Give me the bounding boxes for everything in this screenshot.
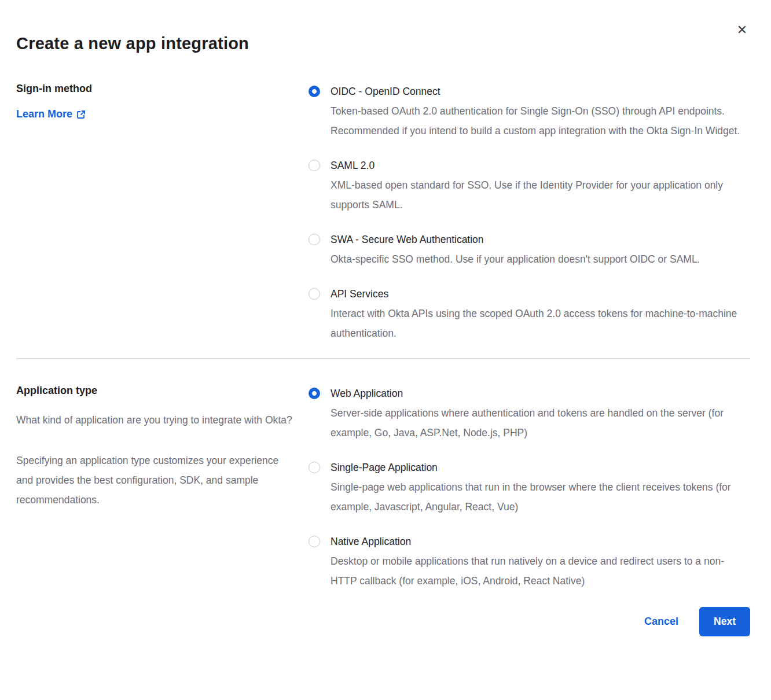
radio-selected-icon[interactable] — [309, 86, 320, 97]
section-divider — [16, 358, 750, 359]
radio-selected-icon[interactable] — [309, 388, 320, 399]
application-type-description-2: Specifying an application type customize… — [16, 451, 293, 510]
option-label: API Services — [331, 284, 750, 304]
option-description: Okta-specific SSO method. Use if your ap… — [331, 249, 700, 269]
next-button[interactable]: Next — [699, 607, 750, 636]
close-icon[interactable]: ✕ — [734, 22, 750, 38]
signin-method-options: OIDC - OpenID Connect Token-based OAuth … — [309, 82, 750, 343]
option-label: SAML 2.0 — [331, 156, 750, 175]
learn-more-link[interactable]: Learn More — [16, 108, 86, 120]
signin-method-label: Sign-in method — [16, 82, 309, 95]
radio-unselected-icon[interactable] — [309, 234, 320, 245]
application-type-options: Web Application Server-side applications… — [309, 384, 750, 591]
page-title: Create a new app integration — [16, 0, 750, 56]
option-description: Token-based OAuth 2.0 authentication for… — [331, 101, 750, 141]
option-label: Native Application — [331, 532, 750, 551]
application-type-label: Application type — [16, 384, 309, 397]
option-label: SWA - Secure Web Authentication — [331, 230, 700, 249]
learn-more-label: Learn More — [16, 108, 72, 120]
dialog-footer: Cancel Next — [16, 607, 750, 636]
create-app-integration-dialog: ✕ Create a new app integration Sign-in m… — [0, 0, 771, 700]
signin-method-left-column: Sign-in method Learn More — [16, 82, 309, 120]
radio-unselected-icon[interactable] — [309, 160, 320, 171]
option-description: Desktop or mobile applications that run … — [331, 551, 750, 591]
radio-option-api-services[interactable]: API Services Interact with Okta APIs usi… — [309, 284, 750, 343]
option-label: Single-Page Application — [331, 458, 750, 477]
radio-option-single-page-application[interactable]: Single-Page Application Single-page web … — [309, 458, 750, 517]
cancel-button[interactable]: Cancel — [644, 616, 678, 628]
option-description: Server-side applications where authentic… — [331, 403, 750, 443]
radio-option-saml[interactable]: SAML 2.0 XML-based open standard for SSO… — [309, 156, 750, 215]
radio-option-oidc[interactable]: OIDC - OpenID Connect Token-based OAuth … — [309, 82, 750, 141]
application-type-section: Application type What kind of applicatio… — [16, 384, 750, 591]
option-description: XML-based open standard for SSO. Use if … — [331, 175, 750, 215]
application-type-left-column: Application type What kind of applicatio… — [16, 384, 309, 510]
radio-option-native-application[interactable]: Native Application Desktop or mobile app… — [309, 532, 750, 591]
radio-option-web-application[interactable]: Web Application Server-side applications… — [309, 384, 750, 443]
option-description: Interact with Okta APIs using the scoped… — [331, 304, 750, 343]
radio-option-swa[interactable]: SWA - Secure Web Authentication Okta-spe… — [309, 230, 750, 269]
radio-unselected-icon[interactable] — [309, 536, 320, 547]
radio-unselected-icon[interactable] — [309, 462, 320, 473]
option-label: Web Application — [331, 384, 750, 403]
signin-method-section: Sign-in method Learn More OIDC - OpenID … — [16, 82, 750, 343]
radio-unselected-icon[interactable] — [309, 288, 320, 300]
application-type-description-1: What kind of application are you trying … — [16, 410, 293, 430]
external-link-icon — [76, 110, 86, 119]
option-label: OIDC - OpenID Connect — [331, 82, 750, 101]
option-description: Single-page web applications that run in… — [331, 477, 750, 517]
